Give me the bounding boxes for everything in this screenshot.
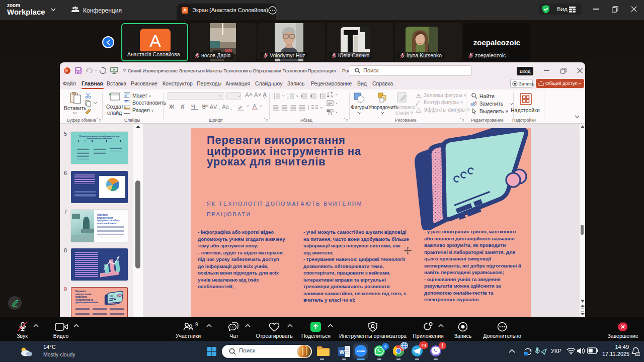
svg-text:ccc: ccc [110, 295, 114, 297]
svg-text:P: P [65, 69, 68, 73]
svg-text:2: 2 [287, 97, 289, 99]
svg-text:1: 1 [287, 93, 289, 96]
svg-text:W: W [339, 349, 345, 355]
svg-text:A: A [331, 95, 333, 98]
